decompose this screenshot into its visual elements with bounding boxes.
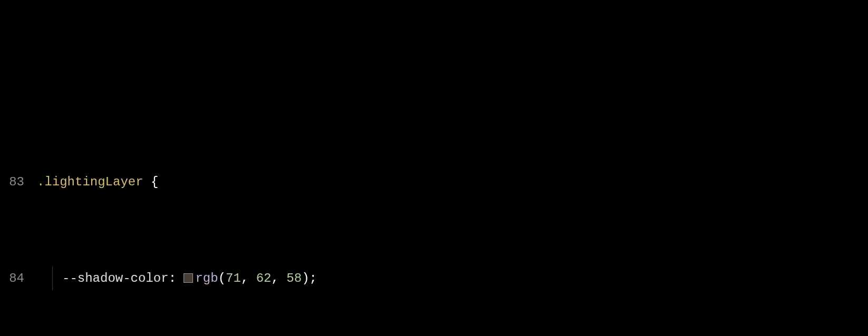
code-editor[interactable]: 83 .lightingLayer { 84 --shadow-color: r… xyxy=(0,98,868,336)
line-number: 84 xyxy=(0,266,37,291)
code-line[interactable]: 83 .lightingLayer { xyxy=(0,170,868,194)
brace-open: { xyxy=(143,175,159,189)
code-line[interactable]: 84 --shadow-color: rgb(71, 62, 58); xyxy=(0,266,868,291)
css-property: --shadow-color xyxy=(62,271,169,285)
css-selector: .lightingLayer xyxy=(37,175,143,189)
css-function: rgb xyxy=(195,271,218,285)
color-swatch-icon[interactable] xyxy=(184,273,193,283)
line-number: 83 xyxy=(0,170,37,194)
